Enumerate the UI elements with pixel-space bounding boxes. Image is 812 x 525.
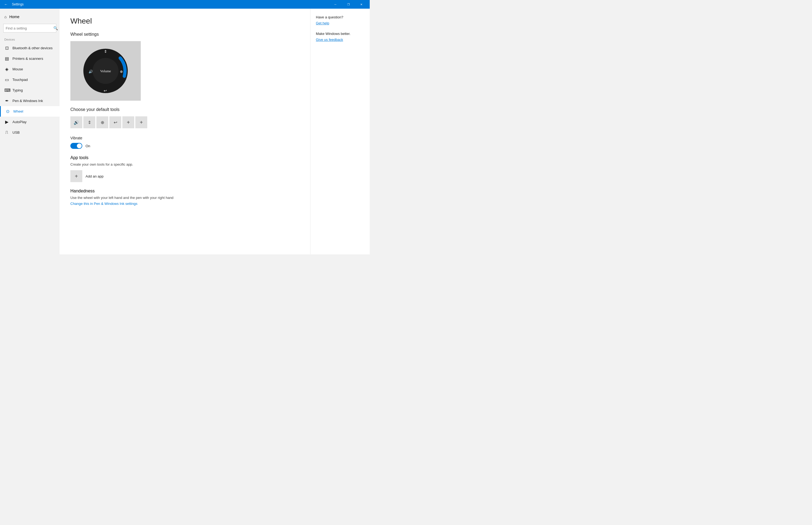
add-app-row[interactable]: + Add an app — [70, 170, 299, 182]
sidebar-item-wheel-label: Wheel — [13, 109, 23, 114]
get-help-link[interactable]: Get help — [316, 21, 329, 25]
feedback-title: Make Windows better. — [316, 32, 364, 36]
choose-tools-title: Choose your default tools — [70, 107, 299, 112]
main-content: Wheel Wheel settings Volume ⇕ 🔊 — [60, 9, 310, 254]
search-icon[interactable]: 🔍 — [53, 24, 58, 32]
bluetooth-icon: ⊡ — [4, 45, 9, 50]
add-app-button[interactable]: + — [70, 170, 82, 182]
sidebar-item-mouse-label: Mouse — [13, 67, 23, 71]
restore-button[interactable]: ❐ — [342, 0, 355, 9]
sidebar-item-wheel[interactable]: ⊙ Wheel — [0, 106, 60, 117]
search-input[interactable] — [3, 26, 53, 30]
help-title: Have a question? — [316, 15, 364, 19]
typing-icon: ⌨ — [4, 88, 9, 93]
right-panel: Have a question? Get help Make Windows b… — [310, 9, 370, 254]
sidebar: ⌂ Home 🔍 Devices ⊡ Bluetooth & other dev… — [0, 9, 60, 254]
sidebar-item-typing-label: Typing — [13, 88, 23, 92]
minimize-button[interactable]: ─ — [329, 0, 342, 9]
help-section: Have a question? Get help — [316, 15, 364, 25]
sidebar-item-autoplay[interactable]: ▶ AutoPlay — [0, 117, 60, 127]
sidebar-item-pen[interactable]: ✒ Pen & Windows Ink — [0, 95, 60, 106]
svg-text:Volume: Volume — [100, 69, 111, 73]
touchpad-icon: ▭ — [4, 77, 9, 82]
sidebar-item-printers[interactable]: ▤ Printers & scanners — [0, 53, 60, 64]
wheel-arc-svg: Volume ⇕ 🔊 ⊕ ↩ — [82, 48, 129, 94]
handedness-title: Handedness — [70, 189, 299, 194]
sidebar-item-printers-label: Printers & scanners — [13, 57, 43, 61]
home-label: Home — [9, 15, 19, 19]
app-body: ⌂ Home 🔍 Devices ⊡ Bluetooth & other dev… — [0, 9, 370, 254]
sidebar-item-bluetooth[interactable]: ⊡ Bluetooth & other devices — [0, 43, 60, 53]
titlebar: ← Settings ─ ❐ ✕ — [0, 0, 370, 9]
tool-scroll-btn[interactable]: ⇕ — [84, 116, 95, 128]
feedback-section: Make Windows better. Give us feedback — [316, 32, 364, 42]
window-controls: ─ ❐ ✕ — [329, 0, 367, 9]
toggle-row: On — [70, 143, 299, 149]
sidebar-section-label: Devices — [0, 37, 60, 43]
give-feedback-link[interactable]: Give us feedback — [316, 38, 343, 42]
vibrate-label: Vibrate — [70, 136, 299, 140]
tool-add-btn-2[interactable]: + — [135, 116, 147, 128]
tool-zoom-btn[interactable]: ⊕ — [96, 116, 108, 128]
vibrate-toggle[interactable] — [70, 143, 82, 149]
sidebar-item-typing[interactable]: ⌨ Typing — [0, 85, 60, 95]
autoplay-icon: ▶ — [4, 119, 9, 124]
sidebar-item-usb[interactable]: ⎍ USB — [0, 127, 60, 137]
add-app-label: Add an app — [86, 174, 104, 178]
close-button[interactable]: ✕ — [355, 0, 367, 9]
sidebar-item-usb-label: USB — [13, 131, 20, 135]
tool-undo-btn[interactable]: ↩ — [109, 116, 121, 128]
svg-text:⊕: ⊕ — [120, 70, 123, 74]
toggle-thumb — [77, 144, 82, 148]
sidebar-item-bluetooth-label: Bluetooth & other devices — [13, 46, 52, 50]
usb-icon: ⎍ — [4, 130, 9, 135]
tool-add-btn-1[interactable]: + — [122, 116, 134, 128]
sidebar-item-touchpad[interactable]: ▭ Touchpad — [0, 74, 60, 85]
page-title: Wheel — [70, 17, 299, 26]
svg-text:⇕: ⇕ — [104, 49, 107, 54]
tools-row: 🔊 ⇕ ⊕ ↩ + + — [70, 116, 299, 128]
wheel-settings-title: Wheel settings — [70, 32, 299, 37]
sidebar-item-mouse[interactable]: ◈ Mouse — [0, 64, 60, 74]
sidebar-item-home[interactable]: ⌂ Home — [0, 12, 60, 22]
mouse-icon: ◈ — [4, 66, 9, 72]
search-box[interactable]: 🔍 — [3, 24, 56, 32]
handedness-desc: Use the wheel with your left hand and th… — [70, 196, 299, 200]
tool-volume-btn[interactable]: 🔊 — [70, 116, 82, 128]
home-icon: ⌂ — [4, 15, 6, 19]
titlebar-title: Settings — [12, 2, 24, 6]
svg-text:↩: ↩ — [104, 89, 107, 93]
back-button[interactable]: ← — [2, 1, 10, 8]
app-tools-desc: Create your own tools for a specific app… — [70, 162, 299, 166]
vibrate-state-label: On — [86, 144, 90, 148]
handedness-link[interactable]: Change this in Pen & Windows Ink setting… — [70, 201, 137, 206]
svg-text:🔊: 🔊 — [89, 69, 93, 74]
pen-icon: ✒ — [4, 98, 9, 103]
printer-icon: ▤ — [4, 56, 9, 61]
wheel-icon: ⊙ — [5, 109, 10, 114]
app-tools-title: App tools — [70, 155, 299, 160]
sidebar-item-autoplay-label: AutoPlay — [13, 120, 27, 124]
wheel-diagram: Volume ⇕ 🔊 ⊕ ↩ — [70, 41, 141, 101]
sidebar-item-pen-label: Pen & Windows Ink — [13, 99, 43, 103]
sidebar-item-touchpad-label: Touchpad — [13, 78, 28, 82]
